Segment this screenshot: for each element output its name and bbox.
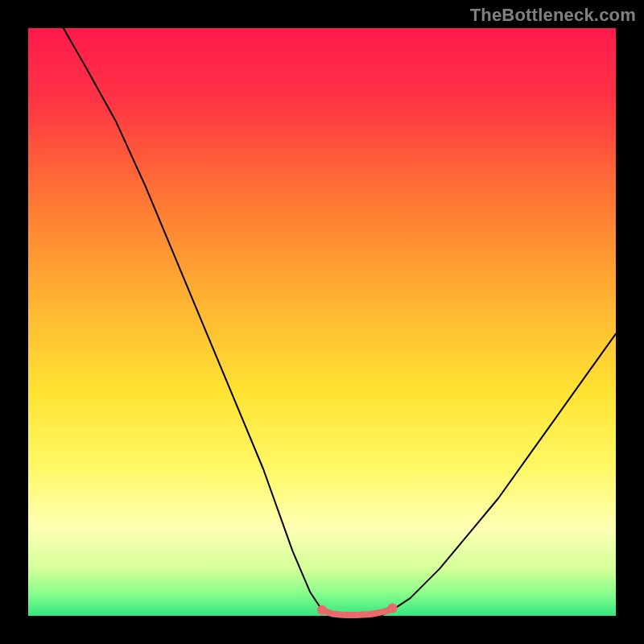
sweet-spot-endpoint — [317, 605, 327, 615]
plot-background — [28, 28, 616, 616]
bottleneck-chart — [0, 0, 644, 644]
sweet-spot-endpoint — [388, 604, 398, 613]
watermark-text: TheBottleneck.com — [470, 5, 636, 26]
chart-container: TheBottleneck.com — [0, 0, 644, 644]
